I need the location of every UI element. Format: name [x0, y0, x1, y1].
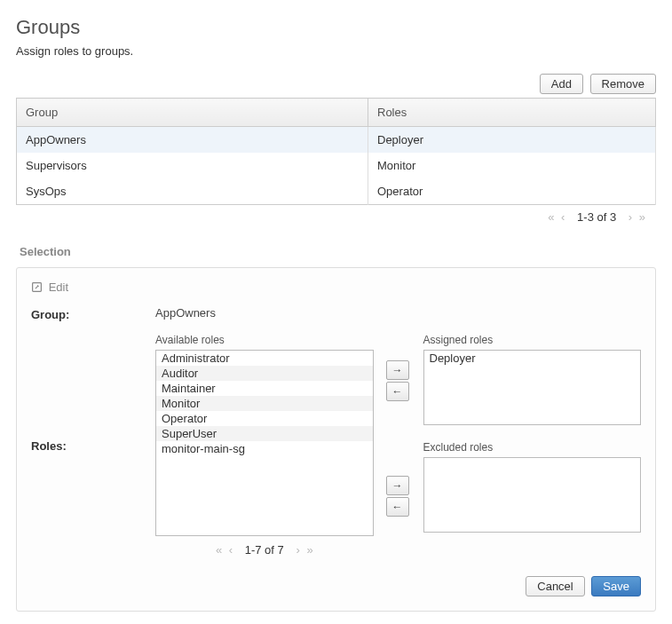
list-item[interactable]: Administrator [156, 351, 373, 366]
save-button[interactable]: Save [591, 576, 641, 596]
exclude-role-button[interactable]: → [386, 476, 409, 495]
group-value: AppOwners [155, 306, 641, 321]
cell-roles: Operator [368, 178, 656, 205]
pager-prev-icon[interactable]: ‹ [229, 543, 233, 557]
table-row[interactable]: Supervisors Monitor [17, 153, 656, 178]
unassign-role-button[interactable]: ← [386, 382, 409, 401]
cell-group: AppOwners [17, 127, 368, 154]
pager-last-icon[interactable]: » [639, 210, 645, 224]
list-item[interactable]: Deployer [424, 351, 641, 366]
arrow-left-icon: ← [392, 385, 403, 398]
excluded-roles-listbox[interactable] [423, 457, 642, 533]
page-subtitle: Assign roles to groups. [16, 44, 656, 58]
list-item[interactable]: Monitor [156, 396, 373, 411]
available-roles-pager: « ‹ 1-7 of 7 › » [155, 543, 374, 557]
pager-prev-icon[interactable]: ‹ [561, 210, 565, 224]
cell-group: Supervisors [17, 153, 368, 178]
pager-first-icon[interactable]: « [216, 543, 222, 557]
assigned-roles-listbox[interactable]: Deployer [423, 350, 642, 425]
available-roles-listbox[interactable]: Administrator Auditor Maintainer Monitor… [155, 350, 374, 536]
pager-counter: 1-7 of 7 [245, 543, 284, 557]
group-label: Group: [31, 306, 155, 321]
list-item[interactable]: SuperUser [156, 426, 373, 441]
assigned-roles-label: Assigned roles [423, 334, 642, 346]
pager-next-icon[interactable]: › [296, 543, 299, 557]
edit-icon [31, 280, 49, 294]
col-header-group[interactable]: Group [17, 99, 368, 127]
arrow-right-icon: → [392, 479, 403, 492]
unexclude-role-button[interactable]: ← [386, 497, 409, 517]
cell-roles: Deployer [368, 127, 656, 154]
pager-first-icon[interactable]: « [548, 210, 554, 224]
cell-roles: Monitor [368, 153, 656, 178]
table-row[interactable]: AppOwners Deployer [17, 127, 656, 154]
cell-group: SysOps [17, 178, 368, 205]
col-header-roles[interactable]: Roles [368, 99, 656, 127]
page-title: Groups [16, 16, 656, 39]
arrow-left-icon: ← [392, 501, 403, 513]
pager-counter: 1-3 of 3 [577, 210, 616, 224]
table-row[interactable]: SysOps Operator [17, 178, 656, 205]
list-item[interactable]: Operator [156, 411, 373, 426]
selection-panel: Edit Group: AppOwners Roles: Available r… [16, 267, 656, 612]
cancel-button[interactable]: Cancel [526, 576, 584, 596]
available-roles-label: Available roles [155, 334, 374, 346]
edit-label: Edit [49, 280, 68, 294]
groups-table: Group Roles AppOwners Deployer Superviso… [16, 98, 656, 205]
edit-link[interactable]: Edit [31, 280, 641, 294]
remove-button[interactable]: Remove [590, 74, 656, 94]
add-button[interactable]: Add [540, 74, 583, 94]
assign-role-button[interactable]: → [386, 360, 409, 380]
table-pager: « ‹ 1-3 of 3 › » [16, 205, 656, 229]
list-item[interactable]: Auditor [156, 366, 373, 381]
pager-next-icon[interactable]: › [629, 210, 632, 224]
excluded-roles-label: Excluded roles [423, 441, 642, 454]
list-item[interactable]: monitor-main-sg [156, 441, 373, 456]
arrow-right-icon: → [392, 364, 403, 376]
roles-label: Roles: [31, 438, 155, 453]
selection-section-title: Selection [20, 245, 656, 258]
list-item[interactable]: Maintainer [156, 381, 373, 396]
pager-last-icon[interactable]: » [306, 543, 312, 557]
